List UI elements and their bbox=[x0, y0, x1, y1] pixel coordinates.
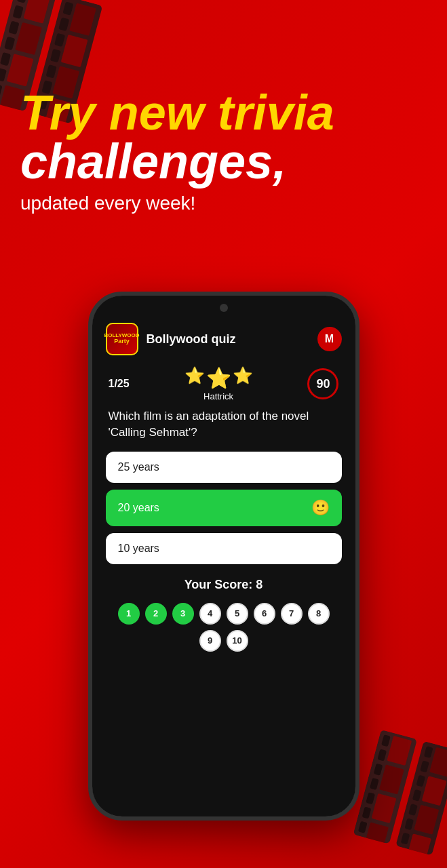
star-1: ⭐ bbox=[184, 366, 205, 390]
progress-dot-7[interactable]: 7 bbox=[281, 603, 303, 625]
progress-dot-3[interactable]: 3 bbox=[172, 603, 194, 625]
question-text: Which film is an adaptation of the novel… bbox=[106, 408, 342, 441]
hero-section: Try new trivia challenges, updated every… bbox=[20, 88, 427, 214]
phone-outer: BOLLYWOODParty Bollywood quiz M 1/25 ⭐ ⭐… bbox=[88, 292, 359, 821]
progress-dot-1[interactable]: 1 bbox=[118, 603, 140, 625]
phone-notch bbox=[220, 304, 228, 312]
question-number: 1/25 bbox=[109, 378, 130, 390]
progress-dot-4[interactable]: 4 bbox=[199, 603, 221, 625]
score-label: Your Score: 8 bbox=[106, 578, 342, 592]
hero-line2: challenges, bbox=[20, 137, 427, 186]
progress-dot-8[interactable]: 8 bbox=[308, 603, 330, 625]
hero-line1: Try new trivia bbox=[20, 88, 427, 137]
score-row: 1/25 ⭐ ⭐ ⭐ Hattrick 90 bbox=[106, 366, 342, 401]
answer-text-1: 25 years bbox=[118, 461, 159, 473]
app-header: BOLLYWOODParty Bollywood quiz M bbox=[106, 323, 342, 355]
answer-text-2: 20 years bbox=[118, 502, 159, 514]
answer-option-3[interactable]: 10 years bbox=[106, 533, 342, 564]
progress-dots: 1 2 3 4 5 6 7 8 9 10 bbox=[106, 603, 342, 652]
star-3: ⭐ bbox=[233, 366, 253, 390]
timer-circle: 90 bbox=[307, 368, 338, 399]
answer-option-1[interactable]: 25 years bbox=[106, 452, 342, 483]
progress-dot-5[interactable]: 5 bbox=[227, 603, 248, 625]
progress-dot-2[interactable]: 2 bbox=[145, 603, 167, 625]
answer-option-2[interactable]: 20 years 🙂 bbox=[106, 490, 342, 526]
answer-text-3: 10 years bbox=[118, 542, 159, 555]
hattrick-label: Hattrick bbox=[184, 391, 253, 401]
progress-dot-9[interactable]: 9 bbox=[199, 630, 221, 652]
hero-subtitle: updated every week! bbox=[20, 193, 427, 214]
app-icon: BOLLYWOODParty bbox=[106, 323, 138, 355]
phone-screen: BOLLYWOODParty Bollywood quiz M 1/25 ⭐ ⭐… bbox=[92, 296, 355, 816]
timer-value: 90 bbox=[316, 377, 330, 391]
progress-dot-10[interactable]: 10 bbox=[227, 630, 248, 652]
stars-hattrick: ⭐ ⭐ ⭐ Hattrick bbox=[184, 366, 253, 401]
stars-display: ⭐ ⭐ ⭐ bbox=[184, 366, 253, 390]
app-title: Bollywood quiz bbox=[147, 332, 317, 347]
app-avatar: M bbox=[317, 327, 342, 351]
phone-mockup: BOLLYWOODParty Bollywood quiz M 1/25 ⭐ ⭐… bbox=[88, 292, 359, 821]
score-display: Your Score: 8 bbox=[106, 578, 342, 592]
progress-dot-6[interactable]: 6 bbox=[254, 603, 275, 625]
answer-emoji-2: 🙂 bbox=[311, 499, 330, 517]
star-2: ⭐ bbox=[206, 366, 231, 390]
